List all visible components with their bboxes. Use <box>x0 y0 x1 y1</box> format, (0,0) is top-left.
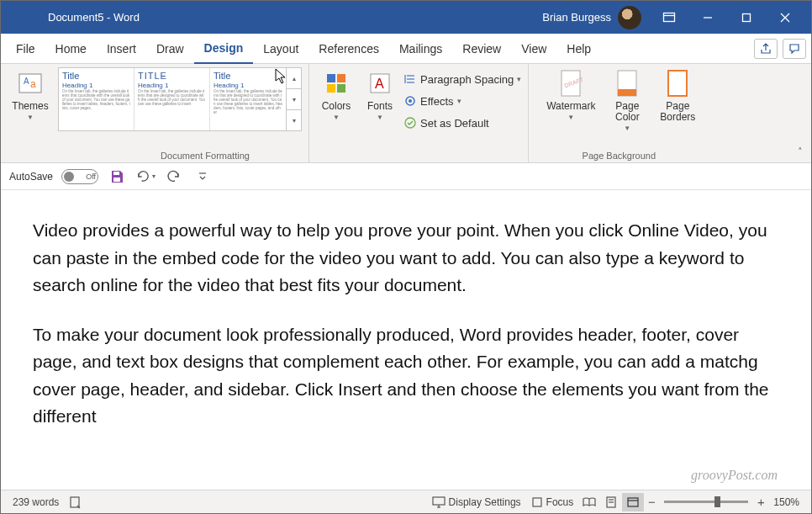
ribbon-display-options-button[interactable] <box>650 4 688 31</box>
page-borders-button[interactable]: Page Borders <box>653 67 702 123</box>
document-title: Document5 - Word <box>48 11 140 24</box>
style-gallery-item[interactable]: Title Heading 1 On the Insert tab, the g… <box>59 68 134 130</box>
tab-design[interactable]: Design <box>194 34 254 64</box>
paragraph: Video provides a powerful way to help yo… <box>33 217 779 299</box>
paragraph-spacing-button[interactable]: Paragraph Spacing ▾ <box>403 69 521 89</box>
spelling-status[interactable] <box>64 495 87 509</box>
effects-button[interactable]: Effects ▾ <box>403 91 521 111</box>
svg-rect-12 <box>337 84 345 93</box>
page-borders-icon <box>663 69 692 98</box>
tab-insert[interactable]: Insert <box>97 34 146 64</box>
chevron-down-icon: ▼ <box>377 114 383 121</box>
redo-button[interactable] <box>164 167 184 187</box>
undo-button[interactable]: ▾ <box>135 167 156 187</box>
title-bar: Document5 - Word Brian Burgess <box>1 1 811 34</box>
zoom-level[interactable]: 150% <box>768 496 804 508</box>
collapse-ribbon-button[interactable]: ˄ <box>798 146 803 157</box>
autosave-label: AutoSave <box>9 171 53 183</box>
customize-qat-button[interactable] <box>192 167 213 187</box>
watermark-text: groovyPost.com <box>691 468 778 483</box>
svg-text:A: A <box>24 77 29 86</box>
check-icon <box>403 117 417 129</box>
chevron-down-icon: ▼ <box>567 114 574 121</box>
menu-bar: File Home Insert Draw Design Layout Refe… <box>1 34 811 64</box>
fonts-icon: A <box>366 69 394 98</box>
svg-text:a: a <box>30 78 36 90</box>
svg-rect-38 <box>628 498 638 506</box>
paragraph-spacing-icon <box>403 73 417 85</box>
gallery-expand[interactable]: ▾ <box>287 110 301 130</box>
page-color-button[interactable]: Page Color ▼ <box>606 67 648 132</box>
style-gallery-item[interactable]: TITLE Heading 1 On the Insert tab, the g… <box>134 68 210 130</box>
svg-rect-9 <box>327 74 335 82</box>
tab-home[interactable]: Home <box>45 34 97 64</box>
word-count[interactable]: 239 words <box>8 496 64 508</box>
svg-rect-27 <box>113 178 120 182</box>
ribbon: Aa Themes ▼ Title Heading 1 On the Inser… <box>1 64 811 163</box>
watermark-icon: DRAFT <box>556 69 585 98</box>
chevron-down-icon: ▾ <box>152 172 156 180</box>
themes-icon: Aa <box>16 69 45 98</box>
colors-button[interactable]: Colors ▼ <box>316 67 356 121</box>
user-avatar[interactable] <box>618 6 641 29</box>
comments-button[interactable] <box>783 39 806 59</box>
gallery-scroll-down[interactable]: ▾ <box>287 89 301 110</box>
group-label: Page Background <box>535 149 702 161</box>
document-area[interactable]: Video provides a powerful way to help yo… <box>1 190 811 490</box>
chevron-down-icon: ▾ <box>517 75 521 83</box>
tab-mailings[interactable]: Mailings <box>389 34 452 64</box>
quick-access-toolbar: AutoSave Off ▾ <box>1 163 811 190</box>
watermark-button[interactable]: DRAFT Watermark ▼ <box>540 67 601 121</box>
svg-rect-30 <box>433 497 445 505</box>
tab-layout[interactable]: Layout <box>253 34 308 64</box>
zoom-slider[interactable] <box>664 501 748 503</box>
focus-button[interactable]: Focus <box>526 496 579 508</box>
status-bar: 239 words Display Settings Focus − + 150… <box>1 490 811 513</box>
save-button[interactable] <box>107 167 127 187</box>
tab-help[interactable]: Help <box>556 34 601 64</box>
svg-rect-26 <box>113 172 119 175</box>
tab-draw[interactable]: Draw <box>146 34 194 64</box>
page-color-icon <box>613 69 641 98</box>
chevron-down-icon: ▾ <box>457 97 461 105</box>
chevron-down-icon: ▼ <box>624 125 630 132</box>
group-label: Document Formatting <box>8 149 302 161</box>
close-button[interactable] <box>766 4 804 31</box>
share-button[interactable] <box>754 39 778 59</box>
print-layout-button[interactable] <box>600 493 622 511</box>
paragraph: To make your document look professionall… <box>33 321 779 431</box>
colors-icon <box>322 69 351 98</box>
themes-button[interactable]: Aa Themes ▼ <box>8 67 53 121</box>
autosave-toggle[interactable]: Off <box>61 169 98 184</box>
zoom-in-button[interactable]: + <box>753 495 768 509</box>
svg-rect-24 <box>618 89 636 96</box>
svg-text:A: A <box>375 77 384 91</box>
svg-rect-25 <box>668 71 687 96</box>
fonts-button[interactable]: A Fonts ▼ <box>361 67 398 121</box>
user-name[interactable]: Brian Burgess <box>542 11 611 24</box>
display-settings-button[interactable]: Display Settings <box>427 496 526 508</box>
style-gallery[interactable]: Title Heading 1 On the Insert tab, the g… <box>58 67 302 131</box>
chevron-down-icon: ▼ <box>27 114 34 121</box>
web-layout-button[interactable] <box>622 493 644 511</box>
svg-rect-0 <box>664 13 675 21</box>
tab-view[interactable]: View <box>511 34 556 64</box>
set-as-default-button[interactable]: Set as Default <box>403 113 521 133</box>
gallery-scroll-up[interactable]: ▴ <box>287 68 301 89</box>
effects-icon <box>403 95 417 107</box>
read-mode-button[interactable] <box>578 493 600 511</box>
tab-references[interactable]: References <box>308 34 389 64</box>
svg-rect-33 <box>533 498 541 506</box>
svg-rect-3 <box>743 13 751 21</box>
svg-point-19 <box>409 99 412 103</box>
minimize-button[interactable] <box>688 4 727 31</box>
maximize-button[interactable] <box>727 4 766 31</box>
zoom-out-button[interactable]: − <box>644 495 659 509</box>
svg-rect-10 <box>337 74 345 82</box>
tab-file[interactable]: File <box>6 34 45 64</box>
svg-rect-11 <box>327 84 335 93</box>
style-gallery-item[interactable]: Title Heading 1 On the Insert tab, the g… <box>210 68 286 130</box>
tab-review[interactable]: Review <box>452 34 511 64</box>
chevron-down-icon: ▼ <box>333 114 340 121</box>
